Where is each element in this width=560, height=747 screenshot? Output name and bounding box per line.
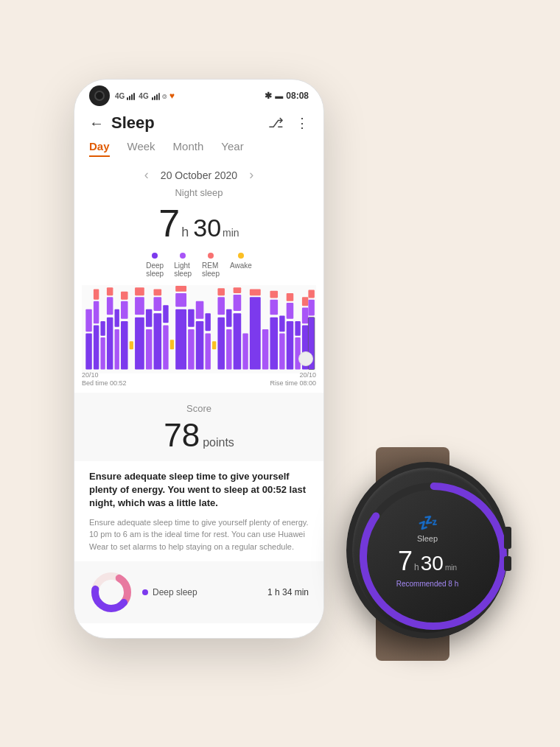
svg-rect-42 (226, 309, 231, 327)
donut-chart (89, 570, 133, 614)
svg-rect-34 (196, 301, 204, 319)
svg-rect-4 (94, 301, 99, 324)
sleep-min-unit: min (223, 227, 239, 239)
watch-hours: 7 (398, 546, 413, 577)
svg-rect-22 (154, 313, 162, 369)
svg-rect-38 (217, 318, 225, 370)
svg-rect-57 (287, 293, 294, 301)
score-section: Score 78 points (74, 393, 323, 461)
score-label: Score (89, 403, 309, 414)
svg-rect-59 (295, 321, 300, 336)
analysis-normal-text: Ensure adequate sleep time to give yours… (89, 516, 309, 553)
watch-crown-button-2 (504, 556, 511, 571)
svg-rect-13 (121, 321, 128, 369)
sleep-hours: 7 (158, 201, 180, 245)
score-unit: points (203, 436, 234, 449)
svg-rect-6 (100, 337, 105, 370)
next-date-button[interactable]: › (249, 167, 253, 183)
tab-week[interactable]: Week (127, 140, 155, 157)
svg-rect-24 (154, 289, 162, 295)
svg-rect-43 (234, 313, 242, 369)
phone: 4G 4G ⌾ ♥ (74, 79, 324, 639)
status-bar: 4G 4G ⌾ ♥ (74, 80, 323, 108)
svg-rect-47 (250, 297, 261, 369)
svg-rect-10 (107, 287, 113, 295)
legend-awake: Awake (230, 253, 252, 278)
sleep-section-label: Night sleep (74, 187, 323, 198)
svg-rect-5 (94, 289, 99, 299)
svg-rect-36 (205, 313, 210, 331)
svg-rect-18 (135, 297, 144, 315)
breakdown-deep-sleep: Deep sleep 1 h 34 min (142, 587, 309, 597)
sleep-chart-svg (82, 285, 316, 374)
breakdown-deep-dot (142, 589, 148, 595)
wifi-icon: ⌾ (162, 91, 167, 100)
svg-rect-14 (121, 301, 128, 319)
svg-rect-9 (107, 297, 113, 315)
watch-sleep-label: Sleep (417, 534, 438, 543)
svg-rect-31 (188, 329, 194, 370)
app-header: ← Sleep ⎇ ⋮ (74, 108, 323, 140)
deep-sleep-dot (152, 253, 158, 259)
analysis-bold-text: Ensure adequate sleep time to give yours… (89, 470, 309, 511)
svg-rect-52 (270, 291, 278, 298)
svg-rect-61 (302, 308, 308, 324)
svg-rect-64 (308, 300, 314, 316)
svg-rect-44 (234, 295, 242, 311)
svg-rect-19 (135, 287, 144, 295)
light-sleep-dot (180, 253, 186, 259)
sleep-summary: Night sleep 7 h 30 min (74, 187, 323, 245)
svg-rect-7 (100, 321, 105, 336)
svg-rect-35 (205, 333, 210, 369)
svg-rect-23 (154, 297, 162, 311)
awake-dot (238, 253, 244, 259)
svg-rect-48 (250, 289, 261, 295)
scene: 4G 4G ⌾ ♥ (29, 42, 531, 705)
rem-sleep-dot (208, 253, 214, 259)
breakdown-deep-value: 1 h 34 min (267, 587, 309, 597)
svg-rect-11 (115, 329, 119, 370)
svg-rect-56 (287, 303, 294, 319)
svg-rect-65 (308, 290, 314, 298)
svg-rect-55 (287, 321, 294, 369)
tab-day[interactable]: Day (89, 140, 110, 157)
svg-rect-51 (270, 300, 278, 315)
share-icon[interactable]: ⎇ (268, 115, 284, 131)
svg-rect-30 (175, 286, 186, 292)
svg-rect-37 (212, 341, 216, 349)
svg-rect-41 (226, 329, 231, 370)
legend-rem-sleep: REMsleep (202, 253, 220, 278)
svg-rect-20 (146, 329, 152, 370)
tab-year[interactable]: Year (221, 140, 243, 157)
current-date: 20 October 2020 (161, 169, 237, 181)
back-button[interactable]: ← (89, 115, 104, 132)
signal-icon-2 (152, 91, 160, 100)
svg-rect-40 (217, 288, 225, 295)
watch-time-display: 7 h 30 min (398, 546, 457, 577)
date-navigation: ‹ 20 October 2020 › (74, 167, 323, 183)
svg-rect-49 (262, 329, 268, 370)
watch-recommended: Recommended 8 h (396, 580, 459, 588)
prev-date-button[interactable]: ‹ (144, 167, 149, 183)
tab-month[interactable]: Month (173, 140, 204, 157)
svg-rect-33 (196, 321, 204, 369)
svg-rect-3 (94, 326, 99, 370)
more-icon[interactable]: ⋮ (295, 115, 309, 131)
svg-rect-12 (115, 309, 119, 327)
svg-rect-8 (107, 318, 113, 370)
signal-icon (127, 91, 135, 100)
legend-light-sleep: Lightsleep (174, 253, 192, 278)
bluetooth-icon: ✱ (265, 91, 272, 101)
svg-rect-28 (175, 309, 186, 370)
legend-deep-sleep: Deepsleep (146, 253, 164, 278)
page-title: Sleep (111, 113, 155, 133)
svg-rect-1 (85, 333, 91, 369)
scroll-indicator (298, 351, 313, 366)
watch-min-unit: min (445, 564, 457, 572)
breakdown-deep-label: Deep sleep (153, 587, 197, 597)
svg-rect-21 (146, 309, 152, 327)
watch-h-unit: h (414, 562, 419, 572)
sleep-h-unit: h (181, 225, 189, 240)
status-time: 08:08 (286, 91, 309, 101)
svg-rect-27 (170, 340, 174, 349)
